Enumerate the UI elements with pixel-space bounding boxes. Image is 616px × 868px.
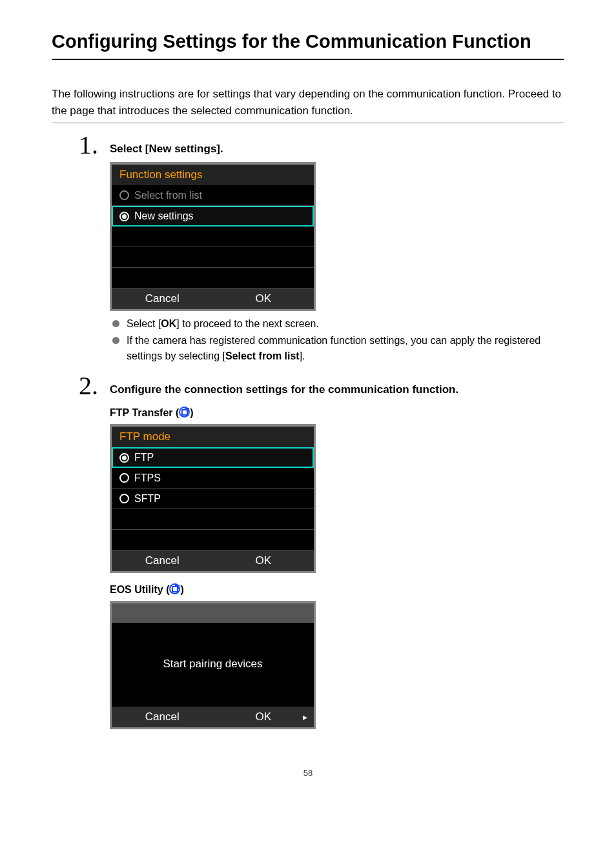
option-select-from-list: Select from list [112, 185, 314, 206]
ok-button: OK [213, 288, 314, 309]
option-new-settings: New settings [112, 206, 314, 227]
shot-footer: Cancel OK [112, 707, 314, 727]
link-icon[interactable] [169, 583, 180, 594]
shot-header-gray [112, 603, 314, 623]
option-label: FTP [134, 452, 154, 463]
page-title: Configuring Settings for the Communicati… [52, 31, 564, 60]
screenshot-ftp-mode: FTP mode FTP FTPS SFTP Cancel [110, 424, 316, 573]
shot-body: Select from list New settings [112, 185, 314, 288]
empty-row [112, 509, 314, 530]
screenshot-function-settings: Function settings Select from list New s… [110, 162, 316, 311]
bullet-item: If the camera has registered communicati… [110, 333, 564, 364]
cancel-button: Cancel [112, 288, 213, 309]
radio-unchecked-icon [119, 494, 129, 503]
text-bold: Select from list [225, 350, 300, 361]
step-number-1: 1 [79, 130, 98, 160]
text: ) [190, 407, 193, 418]
ok-button: OK [213, 550, 314, 571]
option-sftp: SFTP [112, 489, 314, 509]
empty-row [112, 268, 314, 288]
step-2: 2 Configure the connection settings for … [110, 379, 564, 729]
text-bold: New settings [149, 143, 216, 155]
page-number: 58 [52, 768, 564, 778]
empty-row [112, 227, 314, 247]
empty-row [112, 247, 314, 268]
shot-message: Start pairing devices [112, 623, 314, 707]
step-1: 1 Select [New settings]. Function settin… [110, 139, 564, 364]
option-ftps: FTPS [112, 468, 314, 489]
ftp-transfer-heading: FTP Transfer () [110, 407, 564, 419]
bullet-item: Select [OK] to proceed to the next scree… [110, 316, 564, 332]
intro-text: The following instructions are for setti… [52, 86, 564, 123]
eos-utility-heading: EOS Utility () [110, 583, 564, 596]
shot-body: FTP FTPS SFTP [112, 447, 314, 550]
text: FTP Transfer ( [110, 407, 179, 418]
cancel-button: Cancel [112, 707, 213, 727]
empty-row [112, 530, 314, 550]
step2-title: Configure the connection settings for th… [110, 379, 564, 396]
screenshot-start-pairing: Start pairing devices Cancel OK [110, 601, 316, 729]
text: Select [ [127, 318, 161, 329]
shot-header: FTP mode [112, 427, 314, 447]
option-label: Select from list [134, 190, 202, 201]
shot-footer: Cancel OK [112, 288, 314, 309]
cancel-button: Cancel [112, 550, 213, 571]
shot-footer: Cancel OK [112, 550, 314, 571]
text: If the camera has registered communicati… [127, 335, 540, 361]
radio-unchecked-icon [119, 190, 129, 200]
radio-checked-icon [119, 453, 129, 463]
text: ]. [216, 143, 223, 155]
link-icon[interactable] [179, 407, 190, 418]
step-number-2: 2 [79, 370, 98, 401]
text: EOS Utility ( [110, 584, 169, 595]
step1-title: Select [New settings]. [110, 139, 564, 156]
option-label: New settings [134, 210, 194, 222]
text: ] to proceed to the next screen. [176, 318, 319, 329]
shot-header: Function settings [112, 165, 314, 185]
option-label: SFTP [134, 493, 161, 505]
radio-unchecked-icon [119, 473, 129, 483]
bullet-list: Select [OK] to proceed to the next scree… [110, 316, 564, 364]
radio-checked-icon [119, 212, 129, 221]
text: Select [ [110, 143, 149, 155]
text: ]. [300, 350, 305, 361]
ok-button: OK [213, 707, 314, 727]
text-bold: OK [161, 318, 176, 329]
text: ) [180, 584, 183, 595]
option-label: FTPS [134, 472, 161, 484]
option-ftp: FTP [112, 447, 314, 468]
